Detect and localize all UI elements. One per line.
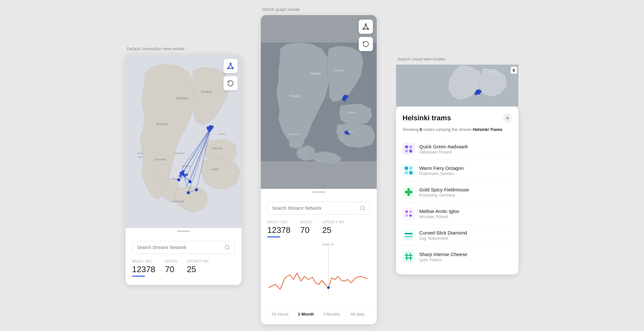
svg-point-72	[347, 133, 350, 135]
node-name: Warm Fiery Octagon	[419, 165, 464, 171]
node-info: Quick Green Aadvaark Jätkäsaari, Finland	[419, 144, 468, 154]
node-item[interactable]: Gold Spicy Fieldmouse Kreuzberg, Germany	[402, 181, 512, 203]
svg-rect-92	[405, 171, 408, 174]
svg-rect-102	[402, 229, 415, 241]
latency-value-1: 25	[187, 264, 209, 274]
msgs-value-1: 12378	[132, 264, 155, 274]
map-area-1: Norway Sweden Finland Denmark Germany Es…	[126, 54, 242, 228]
node-location: Kreuzberg, Germany	[419, 193, 469, 198]
panel-3-label: Search result view mobile	[396, 57, 445, 61]
network-icon-btn-1[interactable]	[223, 59, 238, 73]
svg-text:Russ...: Russ...	[219, 133, 227, 135]
node-info: Mellow Arctic Igloo Wrocław, Poland	[419, 208, 459, 219]
svg-point-45	[181, 176, 183, 178]
svg-text:Finland: Finland	[334, 69, 344, 72]
network-icon-btn-2[interactable]	[359, 20, 373, 34]
node-location: Östermalm, Sweden	[419, 171, 464, 176]
search-result-frame: Norr... 8 Helsinki trams ✕ Showing 6 nod…	[396, 65, 518, 274]
node-list: Quick Green Aadvaark Jätkäsaari, Finland…	[402, 138, 512, 267]
search-input-2[interactable]	[272, 206, 356, 211]
map-area-2: Norway Sweden Finland Denmark Estonia La…	[261, 15, 377, 189]
svg-point-44	[185, 173, 188, 176]
svg-text:Latvia: Latvia	[211, 168, 219, 171]
svg-rect-86	[409, 145, 412, 148]
node-name: Sharp Intense Cheese	[419, 252, 467, 257]
nodes-label-1: NODES	[165, 260, 177, 263]
node-info: Warm Fiery Octagon Östermalm, Sweden	[419, 165, 464, 176]
svg-rect-93	[409, 171, 412, 174]
svg-rect-104	[405, 236, 412, 237]
node-item[interactable]: Sharp Intense Cheese Lyon, France	[402, 246, 512, 267]
node-icon	[402, 164, 415, 177]
svg-line-55	[364, 25, 366, 28]
node-info: Sharp Intense Cheese Lyon, France	[419, 252, 467, 262]
svg-line-4	[231, 64, 232, 68]
tab-1month[interactable]: 1 Month	[293, 310, 319, 318]
svg-rect-85	[405, 145, 408, 148]
graph-panel: MSGS / SEC 12378 NODES 70 LATENCY MS 25	[261, 195, 377, 324]
node-item[interactable]: Curved Slick Diamond Zug, Switzerland	[402, 225, 512, 246]
node-item[interactable]: Mellow Arctic Igloo Wrocław, Poland	[402, 203, 512, 225]
svg-point-43	[182, 170, 185, 172]
svg-point-2	[232, 68, 233, 69]
svg-text:Denmark: Denmark	[155, 158, 166, 161]
refresh-icon-btn-1[interactable]	[223, 76, 238, 90]
nodes-label-2: NODES	[300, 220, 312, 224]
refresh-icon-btn-2[interactable]	[359, 37, 373, 51]
search-icon-1	[224, 244, 230, 250]
node-item[interactable]: Quick Green Aadvaark Jätkäsaari, Finland	[402, 138, 512, 160]
svg-point-49	[177, 178, 180, 181]
time-tabs: 24 Hours 1 Month 3 Months All data	[267, 306, 370, 318]
tab-3months[interactable]: 3 Months	[319, 310, 345, 318]
result-title: Helsinki trams	[402, 114, 451, 122]
panel-3-wrapper: Search result view mobile Norr... 8	[396, 57, 518, 274]
svg-rect-89	[402, 164, 415, 177]
close-button[interactable]: ✕	[503, 114, 512, 123]
result-map-top: Norr... 8	[396, 65, 518, 106]
svg-point-36	[211, 125, 214, 128]
svg-text:Lithuania: Lithuania	[174, 152, 185, 155]
result-subtitle: Showing 6 nodes carrying the stream Hels…	[402, 127, 512, 132]
subtitle-mid: nodes carrying the stream	[422, 127, 473, 132]
svg-rect-103	[405, 233, 412, 234]
svg-text:8: 8	[513, 68, 515, 73]
latency-label-2: LATENCY MS	[322, 220, 344, 224]
svg-point-54	[367, 28, 369, 30]
svg-point-1	[228, 68, 229, 69]
search-input-1[interactable]	[137, 245, 221, 250]
svg-text:Sweden: Sweden	[175, 96, 188, 100]
result-body: Helsinki trams ✕ Showing 6 nodes carryin…	[396, 106, 518, 274]
svg-rect-87	[405, 150, 408, 152]
svg-point-46	[188, 180, 192, 183]
node-item[interactable]: Warm Fiery Octagon Östermalm, Sweden	[402, 160, 512, 181]
tab-alldata[interactable]: All data	[345, 310, 370, 318]
svg-point-100	[405, 214, 408, 217]
svg-point-98	[405, 210, 408, 213]
node-location: Zug, Switzerland	[419, 236, 467, 241]
stats-row-2: MSGS / SEC 12378 NODES 70 LATENCY MS 25	[267, 220, 370, 237]
mobile-frame-2: Norway Sweden Finland Denmark Estonia La…	[261, 15, 377, 324]
subtitle-pre: Showing	[402, 127, 420, 132]
svg-point-50	[225, 245, 229, 249]
subtitle-count: 6	[420, 127, 422, 132]
search-bar-1[interactable]	[132, 241, 235, 254]
scroll-indicator-1	[177, 231, 190, 232]
nodes-stat-2: NODES 70	[300, 220, 312, 237]
panel-1-wrapper: Default connection view mobile	[126, 46, 242, 285]
svg-point-47	[195, 188, 198, 191]
search-bar-2[interactable]	[267, 202, 370, 215]
svg-text:Estonia: Estonia	[213, 147, 222, 150]
tab-24hours[interactable]: 24 Hours	[267, 310, 293, 318]
node-icon	[402, 229, 415, 241]
svg-rect-97	[402, 207, 415, 220]
msgs-label-2: MSGS / SEC	[267, 220, 290, 224]
nodes-value-1: 70	[165, 264, 177, 274]
svg-text:Norway: Norway	[156, 122, 168, 126]
panel-2-label: MSGS graph mobile	[261, 7, 300, 12]
svg-point-53	[363, 28, 364, 30]
result-card: Helsinki trams ✕ Showing 6 nodes carryin…	[396, 106, 518, 274]
node-location: Jätkäsaari, Finland	[419, 150, 468, 154]
latency-label-1: LATENCY MS	[187, 260, 209, 263]
svg-rect-90	[405, 167, 408, 170]
svg-point-76	[327, 286, 330, 289]
